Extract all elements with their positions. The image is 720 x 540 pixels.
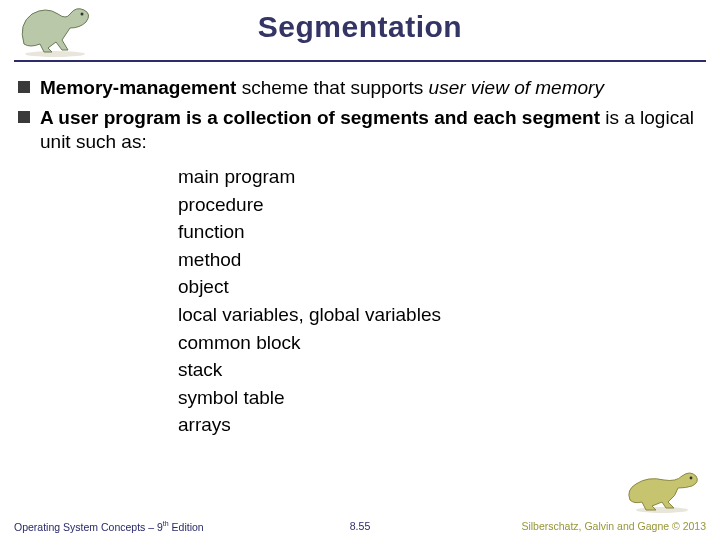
footer-copyright: Silberschatz, Galvin and Gagne © 2013 xyxy=(521,520,706,532)
svg-point-1 xyxy=(81,13,84,16)
footer-left-text-b: Edition xyxy=(169,520,204,532)
slide-footer: Operating System Concepts – 9th Edition … xyxy=(0,512,720,534)
dinosaur-bottom-right-icon xyxy=(624,466,702,514)
footer-left-text-a: Operating System Concepts – 9 xyxy=(14,520,163,532)
sub-item: symbol table xyxy=(178,384,706,412)
square-bullet-icon xyxy=(18,81,30,93)
sub-item: arrays xyxy=(178,411,706,439)
footer-left: Operating System Concepts – 9th Edition xyxy=(14,520,204,533)
sub-item: object xyxy=(178,273,706,301)
slide-title: Segmentation xyxy=(0,0,720,44)
title-underline xyxy=(14,60,706,62)
sub-item: procedure xyxy=(178,191,706,219)
bullet-italic: user view of memory xyxy=(429,77,604,98)
sub-list: main program procedure function method o… xyxy=(178,163,706,438)
slide-body: Memory-management scheme that supports u… xyxy=(0,62,720,439)
svg-point-0 xyxy=(25,51,85,57)
bullet-plain: scheme that supports xyxy=(236,77,428,98)
bullet-item: A user program is a collection of segmen… xyxy=(8,106,706,154)
sub-item: local variables, global variables xyxy=(178,301,706,329)
slide-header: Segmentation xyxy=(0,0,720,62)
bullet-bold: A user program is a collection of segmen… xyxy=(40,107,600,128)
dinosaur-top-left-icon xyxy=(12,4,98,58)
slide: Segmentation Memory-management scheme th… xyxy=(0,0,720,540)
sub-item: main program xyxy=(178,163,706,191)
footer-page-number: 8.55 xyxy=(350,520,370,532)
bullet-bold: Memory-management xyxy=(40,77,236,98)
sub-item: method xyxy=(178,246,706,274)
sub-item: common block xyxy=(178,329,706,357)
square-bullet-icon xyxy=(18,111,30,123)
bullet-item: Memory-management scheme that supports u… xyxy=(8,76,706,100)
bullet-text: A user program is a collection of segmen… xyxy=(40,106,706,154)
svg-point-3 xyxy=(690,477,693,480)
bullet-text: Memory-management scheme that supports u… xyxy=(40,76,604,100)
sub-item: function xyxy=(178,218,706,246)
sub-item: stack xyxy=(178,356,706,384)
